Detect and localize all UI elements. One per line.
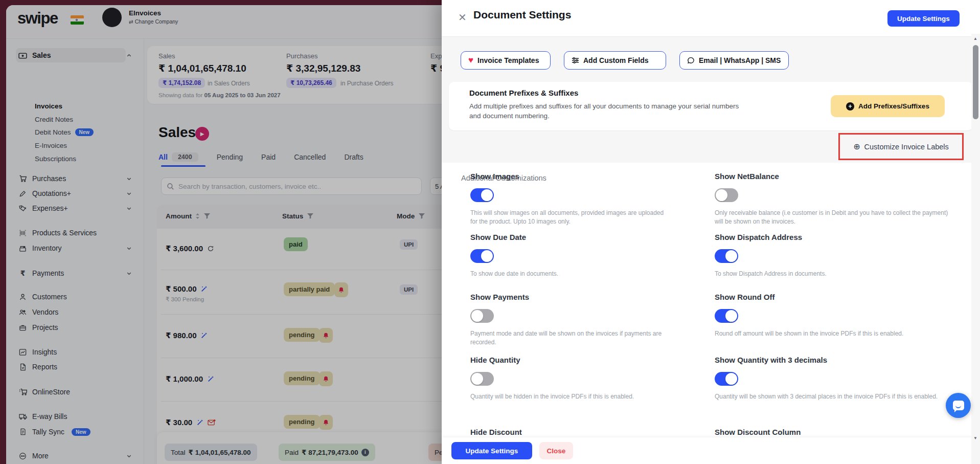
screen: swipe EInvoices ⇄ Change Company Sales I…	[0, 0, 980, 464]
hide-quantity-toggle[interactable]	[470, 372, 494, 386]
modal-scrollbar[interactable]: ▲ ▼	[971, 34, 980, 464]
update-settings-button-bottom[interactable]: Update Settings	[451, 442, 532, 459]
show-netbalance-toggle[interactable]	[715, 188, 738, 202]
close-icon[interactable]: ✕	[458, 11, 467, 24]
chat-bubble-icon	[953, 401, 964, 410]
setting-show-discount-column-label: Show Discount Column	[715, 428, 801, 436]
setting-hide-discount-label: Hide Discount	[470, 428, 522, 436]
sliders-icon	[572, 57, 579, 64]
modal-footer: Update Settings Close	[442, 437, 980, 464]
prefixes-description: Add multiple prefixes and suffixes for a…	[469, 101, 748, 121]
prefixes-card: Document Prefixes & Suffixes Add multipl…	[449, 82, 973, 130]
modal-gray-section: ♥ Invoice Templates Add Custom Fields Em…	[442, 36, 980, 163]
customize-invoice-labels-button[interactable]: ⊕ Customize Invoice Labels	[838, 133, 964, 160]
close-button[interactable]: Close	[539, 442, 573, 459]
scroll-down-icon[interactable]: ▼	[973, 436, 977, 440]
document-settings-modal: ✕ Document Settings Update Settings ♥ In…	[442, 0, 980, 464]
setting-show-images: Show Images This will show images on all…	[470, 172, 716, 181]
update-settings-button-top[interactable]: Update Settings	[887, 10, 960, 27]
chat-icon	[687, 57, 695, 64]
show-round-off-toggle[interactable]	[715, 309, 738, 323]
add-custom-fields-button[interactable]: Add Custom Fields	[564, 51, 666, 70]
heart-icon: ♥	[468, 55, 473, 65]
chat-launcher-button[interactable]	[946, 393, 971, 418]
show-quantity-3-decimals-toggle[interactable]	[715, 372, 738, 386]
modal-title: Document Settings	[473, 9, 571, 21]
plus-circle-outline-icon: ⊕	[853, 142, 860, 151]
scrollbar-thumb[interactable]	[973, 45, 978, 119]
show-due-date-toggle[interactable]	[470, 249, 494, 263]
email-whatsapp-sms-button[interactable]: Email | WhatsApp | SMS	[679, 51, 789, 70]
setting-show-dispatch-address: Show Dispatch Address To show Dispatch A…	[715, 233, 960, 241]
show-images-toggle[interactable]	[470, 188, 494, 202]
setting-show-payments: Show Payments Payment mode and date will…	[470, 293, 716, 301]
setting-show-quantity-3-decimals: Show Quantity with 3 decimals Quantity w…	[715, 356, 960, 364]
show-dispatch-address-toggle[interactable]	[715, 249, 738, 263]
plus-circle-icon: +	[846, 102, 854, 111]
setting-show-due-date: Show Due Date To show due date in docume…	[470, 233, 716, 241]
setting-show-netbalance: Show NetBalance Only receivable balance …	[715, 172, 960, 181]
prefixes-title: Document Prefixes & Suffixes	[469, 89, 578, 97]
scroll-up-icon[interactable]: ▲	[973, 36, 977, 41]
add-prefixes-suffixes-button[interactable]: + Add Prefixes/Suffixes	[831, 95, 945, 117]
setting-show-round-off: Show Round Off Round off amount will be …	[715, 293, 960, 301]
setting-hide-quantity: Hide Quantity Quantity will be hidden in…	[470, 356, 716, 364]
invoice-templates-button[interactable]: ♥ Invoice Templates	[461, 51, 551, 70]
show-payments-toggle[interactable]	[470, 309, 494, 323]
